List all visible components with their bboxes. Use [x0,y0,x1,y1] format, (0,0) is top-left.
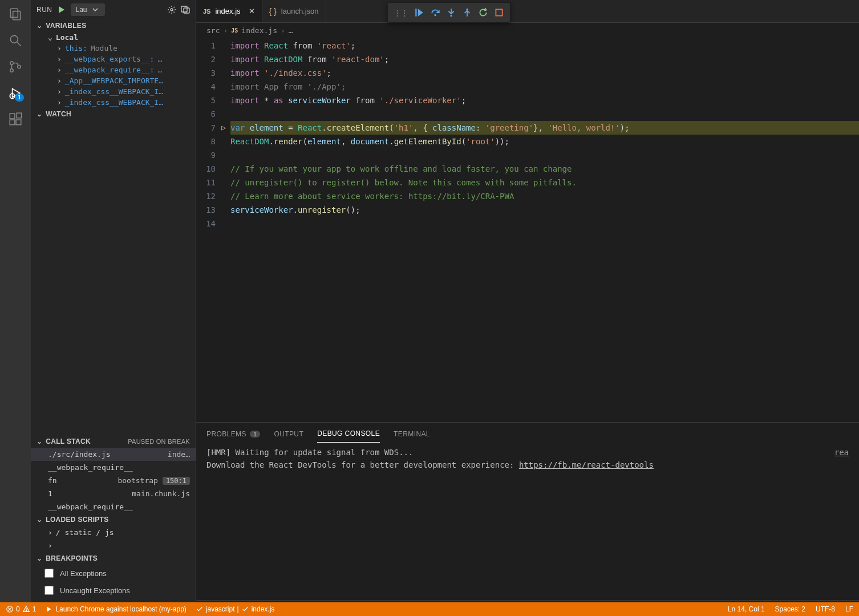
loaded-script-row[interactable]: ›/ static / js [31,526,196,539]
bp-uncaught-checkbox[interactable] [44,586,54,595]
restart-button[interactable] [476,5,491,20]
settings-gear-icon[interactable] [167,5,176,14]
variable-row[interactable]: ›_App__WEBPACK_IMPORTE… [35,75,196,86]
section-loaded-scripts[interactable]: ⌄ LOADED SCRIPTS [31,513,196,526]
status-cursor[interactable]: Ln 14, Col 1 [728,605,765,613]
callstack-row[interactable]: __webpack_require__ [31,500,196,513]
callstack-row[interactable]: fnbootstrap150:1 [31,474,196,487]
svg-rect-0 [10,9,18,17]
editor-area: JS index.js ✕ { } launch.json ⋮⋮ [196,0,859,616]
chevron-right-icon: › [57,87,62,96]
activity-bar: 1 [0,0,31,616]
svg-point-24 [450,15,452,17]
chevron-right-icon: › [57,98,62,107]
panel-tab-terminal[interactable]: TERMINAL [394,428,430,443]
debug-console-output[interactable]: [HMR] Waiting for update signal from WDS… [196,443,859,600]
section-breakpoints[interactable]: ⌄ BREAKPOINTS [31,552,196,565]
section-variables[interactable]: ⌄ VARIABLES [31,19,196,32]
chevron-right-icon: › [48,541,52,550]
devtools-link[interactable]: https://fb.me/react-devtools [519,460,654,469]
chevron-right-icon: › [57,44,62,52]
tab-launch-json[interactable]: { } launch.json [262,0,326,22]
debug-toolbar[interactable]: ⋮⋮ [387,2,510,23]
variable-row[interactable]: ›__webpack_exports__: … [35,54,196,64]
status-eslint[interactable]: javascript | index.js [196,605,275,613]
svg-rect-1 [13,11,21,20]
variable-row[interactable]: ›this: Module [35,43,196,54]
variable-row[interactable]: ›__webpack_require__: … [35,64,196,75]
start-debug-button[interactable] [57,5,66,14]
panel-tab-debug-console[interactable]: DEBUG CONSOLE [317,427,380,443]
chevron-right-icon: › [281,26,285,35]
status-encoding[interactable]: UTF-8 [816,605,835,613]
scope-local[interactable]: ⌄ Local [35,32,196,43]
callstack-body: ./src/index.jsinde…__webpack_require__fn… [31,448,196,513]
svg-rect-18 [181,6,187,12]
activity-search[interactable] [8,33,23,48]
svg-rect-13 [10,120,15,125]
variable-row[interactable]: ›_index_css__WEBPACK_I… [35,97,196,108]
panel-tab-output[interactable]: OUTPUT [274,428,303,443]
bottom-panel: PROBLEMS 1 OUTPUT DEBUG CONSOLE TERMINAL… [196,422,859,616]
callstack-row[interactable]: 1main.chunk.js [31,487,196,500]
bp-uncaught-exceptions[interactable]: Uncaught Exceptions [31,582,196,599]
svg-rect-14 [16,120,21,125]
chevron-down-icon: ⌄ [48,33,52,42]
svg-point-2 [10,35,18,43]
svg-rect-12 [10,114,15,119]
bp-all-checkbox[interactable] [44,569,54,578]
console-filter[interactable]: rea [834,446,849,597]
debug-console-icon[interactable] [181,5,190,14]
svg-marker-16 [59,6,64,13]
activity-extensions[interactable] [8,112,23,127]
drag-handle-icon[interactable]: ⋮⋮ [391,6,411,19]
debug-config-select[interactable]: Lau [71,3,105,16]
tab-index-js[interactable]: JS index.js ✕ [196,0,262,22]
chevron-right-icon: › [223,26,228,35]
panel-tab-problems[interactable]: PROBLEMS 1 [206,428,260,443]
svg-marker-34 [47,607,51,612]
status-problems[interactable]: 0 1 [6,605,36,613]
json-file-icon: { } [269,7,277,16]
chevron-down-icon [91,5,100,14]
tab-bar: JS index.js ✕ { } launch.json ⋮⋮ [196,0,859,23]
step-over-button[interactable] [428,5,443,20]
chevron-down-icon: ⌄ [37,110,42,118]
code-editor[interactable]: 1234567891011121314 import React from 'r… [196,39,859,422]
svg-line-3 [17,42,21,46]
chevron-right-icon: › [57,76,62,85]
section-callstack[interactable]: ⌄ CALL STACK PAUSED ON BREAK [31,435,196,448]
loaded-script-row[interactable]: › [31,539,196,552]
stop-button[interactable] [492,5,507,20]
variable-row[interactable]: ›_index_css__WEBPACK_I… [35,86,196,97]
svg-point-22 [434,14,436,16]
debug-sidebar: RUN Lau ⌄ VARIABLES ⌄ Local [31,0,196,616]
svg-rect-15 [17,113,22,118]
activity-scm[interactable] [8,59,23,74]
code-text[interactable]: import React from 'react';import ReactDO… [230,39,859,422]
js-file-icon: JS [231,27,238,34]
status-right: Ln 14, Col 1 Spaces: 2 UTF-8 LF [728,605,853,613]
section-watch[interactable]: ⌄ WATCH [31,108,196,120]
chevron-right-icon: › [57,55,62,63]
run-header: RUN Lau [31,0,196,19]
continue-button[interactable] [412,5,427,20]
step-out-button[interactable] [460,5,475,20]
status-spaces[interactable]: Spaces: 2 [775,605,805,613]
status-bar: 0 1 Launch Chrome against localhost (my-… [0,602,859,616]
run-label: RUN [37,6,52,14]
chevron-down-icon: ⌄ [37,516,42,524]
breadcrumb[interactable]: src › JS index.js › … [196,23,859,39]
status-launch-config[interactable]: Launch Chrome against localhost (my-app) [45,605,186,613]
callstack-row[interactable]: __webpack_require__ [31,461,196,474]
close-icon[interactable]: ✕ [249,7,255,15]
line-gutter: 1234567891011121314 [196,39,230,422]
status-eol[interactable]: LF [845,605,853,613]
bp-all-exceptions[interactable]: All Exceptions [31,565,196,582]
activity-explorer[interactable] [8,7,23,22]
debug-badge: 1 [15,94,24,102]
svg-point-4 [10,62,13,64]
activity-debug[interactable]: 1 [8,86,23,100]
step-into-button[interactable] [444,5,459,20]
callstack-row[interactable]: ./src/index.jsinde… [31,448,196,461]
